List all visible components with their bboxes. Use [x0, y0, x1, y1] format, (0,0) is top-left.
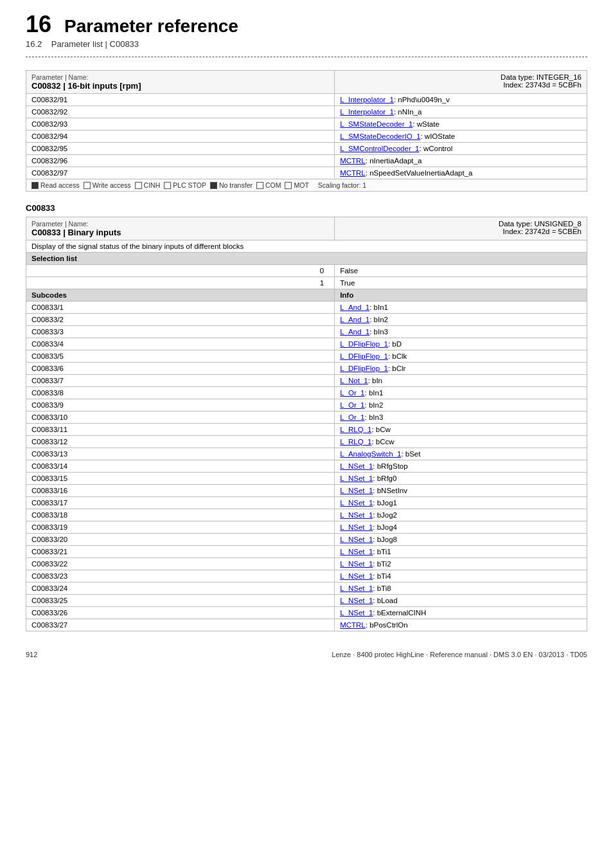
info-cell: L_RLQ_1: bCcw [335, 436, 587, 448]
table-row: C00833/23 L_NSet_1: bTi4 [26, 570, 587, 583]
info-cell: L_NSet_1: bTi1 [335, 546, 587, 558]
table-row: C00833/17 L_NSet_1: bJog1 [26, 497, 587, 509]
info-cell: L_SMControlDecoder_1: wControl [335, 143, 587, 155]
info-link: L_NSet_1 [340, 609, 373, 617]
info-cell: L_NSet_1: bNSetInv [335, 485, 587, 497]
code-cell: C00833/5 [26, 350, 335, 363]
code-cell: C00832/94 [26, 131, 335, 143]
info-link: L_NSet_1 [340, 475, 373, 482]
info-link: L_And_1 [340, 303, 369, 311]
info-link: MCTRL [340, 169, 366, 177]
info-cell: L_SMStateDecoder_1: wState [335, 118, 587, 131]
selection-list-header-row: Selection list [26, 253, 587, 265]
info-cell: L_Or_1: bIn3 [335, 411, 587, 424]
table-row: C00833/25 L_NSet_1: bLoad [26, 595, 587, 607]
info-cell: L_RLQ_1: bCw [335, 424, 587, 436]
param-label-cell: Parameter | Name: C00833 | Binary inputs [26, 217, 335, 240]
param-name: C00832 | 16-bit inputs [rpm] [31, 81, 329, 91]
mot-box [285, 182, 292, 189]
footer-access-row: Read access Write access CINH PLC STOP [26, 179, 587, 192]
param-name: C00833 | Binary inputs [31, 228, 329, 237]
info-link: L_DFlipFlop_1 [340, 365, 388, 372]
table-row: C00833/27 MCTRL: bPosCtrlOn [26, 619, 587, 631]
info-cell: L_Or_1: bIn2 [335, 399, 587, 411]
info-link: MCTRL [340, 621, 366, 629]
info-cell: L_And_1: bIn2 [335, 314, 587, 326]
code-cell: C00832/91 [26, 94, 335, 106]
breadcrumb: 16.2 Parameter list | C00833 [26, 39, 587, 49]
code-cell: C00832/95 [26, 143, 335, 155]
table-row: C00833/19 L_NSet_1: bJog4 [26, 521, 587, 534]
table-row: C00833/14 L_NSet_1: bRfgStop [26, 460, 587, 473]
info-link: L_Or_1 [340, 401, 364, 409]
code-cell: C00833/27 [26, 619, 335, 631]
table-row: C00833/8 L_Or_1: bIn1 [26, 387, 587, 399]
index: Index: 23742d = 5CBEh [340, 228, 582, 235]
code-cell: C00833/3 [26, 326, 335, 338]
code-cell: C00832/92 [26, 106, 335, 118]
selection-value: 1 [26, 277, 335, 289]
info-link: L_AnalogSwitch_1 [340, 450, 401, 458]
table-row: C00833/4 L_DFlipFlop_1: bD [26, 338, 587, 350]
code-cell: C00833/17 [26, 497, 335, 509]
info-cell: L_AnalogSwitch_1: bSet [335, 448, 587, 460]
code-cell: C00833/10 [26, 411, 335, 424]
selection-label: True [335, 277, 587, 289]
plc-stop-label: PLC STOP [173, 181, 206, 189]
code-cell: C00833/13 [26, 448, 335, 460]
write-access-label: Write access [93, 181, 131, 189]
page-number: 16 [26, 13, 51, 36]
table-row: C00832/96 MCTRL: nInertiaAdapt_a [26, 155, 587, 167]
selection-label: False [335, 265, 587, 277]
info-cell: L_SMStateDecoderIO_1: wIOState [335, 131, 587, 143]
info-link: L_Or_1 [340, 389, 364, 397]
info-link: L_Interpolator_1 [340, 96, 394, 104]
table-row: C00833/12 L_RLQ_1: bCcw [26, 436, 587, 448]
table-row: C00833/9 L_Or_1: bIn2 [26, 399, 587, 411]
info-link: L_And_1 [340, 316, 369, 323]
code-cell: C00833/22 [26, 558, 335, 570]
com-cb: COM [256, 181, 281, 189]
footer-publisher: Lenze · 8400 protec HighLine · Reference… [332, 651, 587, 658]
table-row: C00833/1 L_And_1: bIn1 [26, 302, 587, 314]
table-row: C00832/94 L_SMStateDecoderIO_1: wIOState [26, 131, 587, 143]
data-type-cell: Data type: UNSIGNED_8 Index: 23742d = 5C… [335, 217, 587, 240]
read-access-box [31, 182, 39, 189]
table-row: C00833/21 L_NSet_1: bTi1 [26, 546, 587, 558]
info-link: L_NSet_1 [340, 572, 373, 580]
table-row: C00833/6 L_DFlipFlop_1: bClr [26, 363, 587, 375]
table-row: C00832/97 MCTRL: nSpeedSetValueInertiaAd… [26, 167, 587, 179]
code-cell: C00833/16 [26, 485, 335, 497]
code-cell: C00833/21 [26, 546, 335, 558]
info-cell: L_Or_1: bIn1 [335, 387, 587, 399]
code-cell: C00833/15 [26, 473, 335, 485]
code-cell: C00833/6 [26, 363, 335, 375]
info-cell: L_NSet_1: bRfg0 [335, 473, 587, 485]
plc-stop-cb: PLC STOP [164, 181, 206, 189]
code-cell: C00833/8 [26, 387, 335, 399]
selection-list-item: 0 False [26, 265, 587, 277]
table-row: C00833/7 L_Not_1: bIn [26, 375, 587, 387]
info-cell: L_And_1: bIn3 [335, 326, 587, 338]
com-label: COM [265, 181, 281, 189]
info-cell: L_And_1: bIn1 [335, 302, 587, 314]
section-divider [26, 57, 587, 57]
code-cell: C00833/23 [26, 570, 335, 583]
table-c00832-header: Parameter | Name: C00832 | 16-bit inputs… [26, 71, 587, 94]
table-row: C00833/26 L_NSet_1: bExternalCINH [26, 607, 587, 619]
no-transfer-cb: No transfer [210, 181, 253, 189]
table-row: C00833/22 L_NSet_1: bTi2 [26, 558, 587, 570]
info-link: L_NSet_1 [340, 560, 373, 568]
code-cell: C00832/97 [26, 167, 335, 179]
description-cell: Display of the signal status of the bina… [26, 240, 587, 253]
info-link: L_NSet_1 [340, 597, 373, 604]
code-cell: C00832/96 [26, 155, 335, 167]
code-cell: C00833/14 [26, 460, 335, 473]
info-cell: L_Interpolator_1: nNIn_a [335, 106, 587, 118]
info-cell: L_Not_1: bIn [335, 375, 587, 387]
code-cell: C00833/2 [26, 314, 335, 326]
access-flags: Read access Write access CINH PLC STOP [31, 181, 582, 189]
page-title: Parameter reference [64, 16, 238, 37]
info-link: L_RLQ_1 [340, 426, 371, 433]
table-row: C00832/93 L_SMStateDecoder_1: wState [26, 118, 587, 131]
